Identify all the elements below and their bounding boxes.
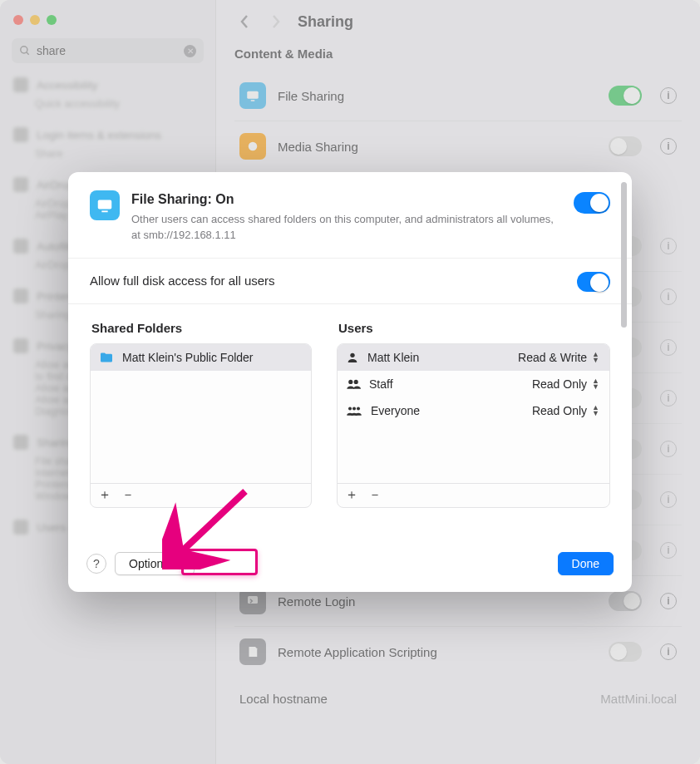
svg-rect-3	[251, 100, 255, 101]
allow-full-disk-label: Allow full disk access for all users	[90, 274, 275, 288]
media-sharing-label: Media Sharing	[278, 140, 597, 154]
local-hostname-value: MattMini.local	[600, 692, 677, 706]
file-sharing-info-icon[interactable]: i	[660, 87, 677, 104]
help-button[interactable]: ?	[86, 554, 106, 574]
options-button[interactable]: Options…	[115, 552, 195, 575]
remote-scripting-toggle[interactable]	[609, 642, 642, 662]
shared-folder-name: Matt Klein's Public Folder	[122, 351, 254, 364]
svg-point-9	[350, 352, 354, 357]
svg-rect-2	[247, 91, 259, 99]
add-user-button[interactable]: ＋	[343, 487, 361, 504]
file-sharing-row[interactable]: File Sharing i	[234, 71, 682, 121]
remote-scripting-label: Remote Application Scripting	[278, 645, 597, 659]
file-sharing-label: File Sharing	[278, 89, 597, 103]
user-item[interactable]: Matt Klein Read & Write ▲▼	[338, 344, 609, 371]
svg-point-13	[352, 407, 356, 410]
remote-login-info-icon[interactable]: i	[660, 593, 677, 609]
user-permission-select[interactable]: Read Only ▲▼	[532, 377, 601, 391]
window-controls	[0, 10, 215, 35]
svg-rect-5	[252, 143, 254, 147]
users-list[interactable]: Matt Klein Read & Write ▲▼ Staff	[337, 343, 610, 508]
close-window-icon[interactable]	[13, 15, 23, 25]
remove-folder-button[interactable]: －	[119, 487, 137, 504]
remote-login-toggle[interactable]	[609, 591, 642, 611]
back-button[interactable]	[234, 12, 254, 32]
media-sharing-info-icon[interactable]: i	[660, 138, 677, 155]
minimize-window-icon[interactable]	[30, 15, 40, 25]
user-permission-select[interactable]: Read & Write ▲▼	[518, 351, 601, 364]
svg-point-0	[21, 47, 27, 53]
allow-full-disk-toggle[interactable]	[577, 272, 610, 292]
svg-line-1	[27, 52, 29, 55]
svg-point-14	[357, 407, 360, 410]
svg-point-11	[354, 380, 358, 384]
file-sharing-toggle[interactable]	[609, 86, 642, 106]
section-content-media: Content & Media	[234, 47, 682, 61]
file-sharing-master-toggle[interactable]	[574, 192, 610, 214]
search-field-wrap: ✕	[12, 38, 204, 63]
allow-full-disk-row: Allow full disk access for all users	[68, 258, 632, 304]
user-item[interactable]: Staff Read Only ▲▼	[338, 371, 609, 397]
zoom-window-icon[interactable]	[47, 15, 57, 25]
group-icon	[346, 377, 361, 391]
user-permission-select[interactable]: Read Only ▲▼	[532, 404, 601, 417]
local-hostname-label: Local hostname	[239, 692, 328, 706]
user-name: Staff	[369, 377, 393, 391]
modal-scrollbar[interactable]	[621, 182, 627, 328]
shared-folder-item[interactable]: Matt Klein's Public Folder	[91, 344, 311, 371]
local-hostname-row: Local hostname MattMini.local	[234, 677, 682, 721]
user-name: Matt Klein	[367, 351, 419, 364]
shared-folders-header: Shared Folders	[90, 321, 312, 343]
media-sharing-row[interactable]: Media Sharing i	[234, 121, 682, 171]
svg-point-12	[348, 407, 352, 410]
modal-title: File Sharing: On	[131, 190, 562, 209]
file-sharing-large-icon	[90, 190, 120, 220]
scripting-icon	[239, 638, 266, 665]
svg-rect-6	[248, 596, 258, 604]
media-sharing-toggle[interactable]	[609, 136, 642, 156]
search-input[interactable]	[12, 38, 204, 63]
remote-scripting-info-icon[interactable]: i	[660, 643, 677, 660]
user-item[interactable]: Everyone Read Only ▲▼	[338, 397, 609, 424]
shared-folders-list[interactable]: Matt Klein's Public Folder ＋ －	[90, 343, 312, 508]
remote-login-label: Remote Login	[278, 594, 597, 609]
chevron-updown-icon: ▲▼	[592, 378, 599, 390]
person-icon	[346, 351, 359, 364]
remove-user-button[interactable]: －	[366, 487, 384, 504]
remote-scripting-row[interactable]: Remote Application Scripting i	[234, 626, 682, 677]
folder-icon	[99, 352, 114, 363]
clear-search-icon[interactable]: ✕	[184, 45, 196, 57]
search-icon	[19, 45, 31, 59]
modal-desc: Other users can access shared folders on…	[131, 213, 554, 240]
shared-folders-column: Shared Folders Matt Klein's Public Folde…	[90, 321, 312, 508]
users-column: Users Matt Klein Read & Write ▲▼	[337, 321, 610, 508]
chevron-updown-icon: ▲▼	[592, 405, 599, 417]
done-button[interactable]: Done	[558, 552, 614, 575]
add-folder-button[interactable]: ＋	[96, 487, 114, 504]
file-sharing-modal: File Sharing: On Other users can access …	[68, 172, 632, 592]
chevron-updown-icon: ▲▼	[592, 352, 599, 363]
svg-point-10	[348, 380, 352, 384]
svg-rect-8	[101, 210, 107, 212]
everyone-icon	[346, 404, 362, 417]
forward-button[interactable]	[266, 12, 286, 32]
users-header: Users	[337, 321, 610, 343]
svg-rect-7	[98, 200, 112, 209]
page-title: Sharing	[298, 13, 353, 31]
media-sharing-icon	[239, 133, 266, 160]
file-sharing-icon	[239, 82, 266, 109]
user-name: Everyone	[371, 404, 420, 417]
